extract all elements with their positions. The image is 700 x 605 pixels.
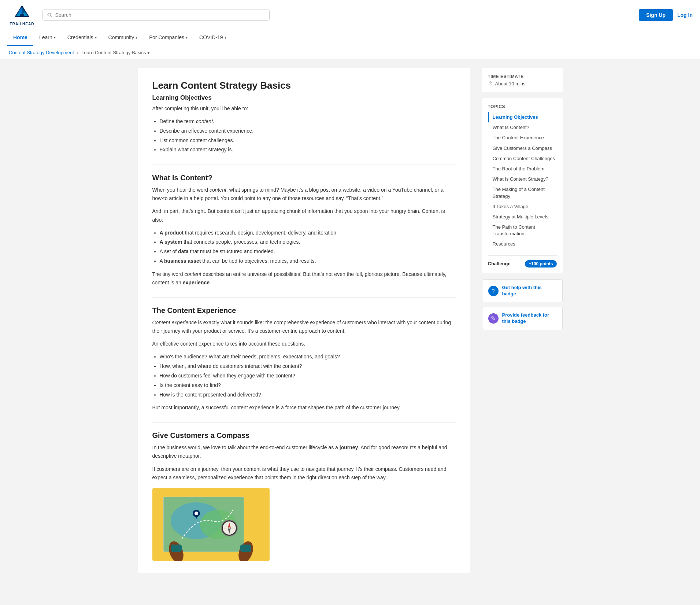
content-area: Learn Content Strategy Basics Learning O… <box>138 68 470 573</box>
challenge-row: Challenge +100 points <box>488 255 557 268</box>
search-icon <box>47 12 52 18</box>
compass-map-image <box>152 488 270 561</box>
time-estimate-card: Time Estimate ⏱ About 10 mins <box>482 68 563 92</box>
learning-objectives-intro: After completing this unit, you'll be ab… <box>152 104 456 113</box>
page-title: Learn Content Strategy Basics <box>152 80 456 91</box>
topic-item-common-content-challenges[interactable]: Common Content Challenges <box>488 154 557 164</box>
content-experience-list: Who's the audience? What are their needs… <box>152 353 456 399</box>
topic-item-path-to-transformation[interactable]: The Path to Content Transformation <box>488 222 557 239</box>
nav-item-community[interactable]: Community ▾ <box>103 30 144 46</box>
list-item: Who's the audience? What are their needs… <box>160 353 456 361</box>
learning-objectives-list: Define the term content. Describe an eff… <box>152 117 456 154</box>
topic-item-give-customers-compass[interactable]: Give Customers a Compass <box>488 143 557 154</box>
content-experience-p2: An effective content experience takes in… <box>152 340 456 348</box>
list-item: How, when, and where do customers intera… <box>160 362 456 371</box>
list-item: How is the content presented and deliver… <box>160 391 456 399</box>
time-estimate-value: ⏱ About 10 mins <box>488 81 557 86</box>
topic-item-what-is-content[interactable]: What Is Content? <box>488 122 557 133</box>
topic-item-learning-objectives[interactable]: Learning Objectives <box>488 112 557 122</box>
compass-p1: In the business world, we love to talk a… <box>152 443 456 460</box>
nav-item-for-companies[interactable]: For Companies ▾ <box>143 30 193 46</box>
logo[interactable]: TRAILHEAD <box>7 4 37 26</box>
search-input[interactable] <box>55 12 265 18</box>
list-item: A product that requires research, design… <box>160 229 456 237</box>
breadcrumb-separator: › <box>77 50 78 55</box>
topics-label: Topics <box>488 104 557 109</box>
get-help-button[interactable]: ? Get help with this badge <box>482 279 563 303</box>
section-title-content-experience: The Content Experience <box>152 297 456 315</box>
nav-item-credentials[interactable]: Credentials ▾ <box>62 30 103 46</box>
time-estimate-label: Time Estimate <box>488 74 557 79</box>
what-is-content-closing: The tiny word content describes an entir… <box>152 270 456 287</box>
content-bullets-list: A product that requires research, design… <box>152 229 456 266</box>
feedback-icon: ✎ <box>488 313 499 324</box>
list-item: How do customers feel when they engage w… <box>160 372 456 380</box>
svg-rect-4 <box>20 14 24 17</box>
clock-icon: ⏱ <box>488 81 493 86</box>
svg-point-5 <box>48 13 51 16</box>
list-item: A system that connects people, processes… <box>160 238 456 247</box>
list-item: A business asset that can be tied to obj… <box>160 257 456 266</box>
map-illustration <box>152 488 270 561</box>
chevron-down-icon: ▾ <box>54 36 56 40</box>
topic-item-strategy-multiple-levels[interactable]: Strategy at Multiple Levels <box>488 212 557 222</box>
breadcrumb: Content Strategy Development › Learn Con… <box>0 46 700 59</box>
what-is-content-p1: When you hear the word content, what spr… <box>152 186 456 203</box>
content-experience-closing: But most importantly, a successful conte… <box>152 403 456 412</box>
section-title-what-is-content: What Is Content? <box>152 165 456 182</box>
svg-point-13 <box>195 512 198 515</box>
logo-text: TRAILHEAD <box>10 22 34 26</box>
list-item: Describe an effective content experience… <box>160 127 456 136</box>
nav-item-home[interactable]: Home <box>7 30 33 46</box>
topics-card: Topics Learning Objectives What Is Conte… <box>482 98 563 273</box>
main-nav: Home Learn ▾ Credentials ▾ Community ▾ F… <box>0 30 700 46</box>
svg-rect-21 <box>171 545 182 552</box>
chevron-down-icon: ▾ <box>225 36 226 40</box>
topic-item-what-is-content-strategy[interactable]: What Is Content Strategy? <box>488 174 557 184</box>
topic-item-it-takes-a-village[interactable]: It Takes a Village <box>488 202 557 212</box>
what-is-content-p2: And, in part, that's right. But content … <box>152 207 456 224</box>
topics-list: Learning Objectives What Is Content? The… <box>488 112 557 250</box>
feedback-label: Provide feedback for this badge <box>502 312 556 325</box>
breadcrumb-parent[interactable]: Content Strategy Development <box>9 50 74 55</box>
topic-item-making-of-strategy[interactable]: The Making of a Content Strategy <box>488 184 557 201</box>
get-help-label: Get help with this badge <box>502 285 556 297</box>
svg-rect-23 <box>240 545 251 552</box>
list-item: List common content challenges. <box>160 136 456 145</box>
nav-item-learn[interactable]: Learn ▾ <box>33 30 62 46</box>
section-title-give-customers-compass: Give Customers a Compass <box>152 422 456 440</box>
list-item: Define the term content. <box>160 117 456 126</box>
feedback-button[interactable]: ✎ Provide feedback for this badge <box>482 307 563 330</box>
content-experience-p1: Content experience is exactly what it so… <box>152 318 456 335</box>
header-actions: Sign Up Log In <box>639 9 693 21</box>
list-item: A set of data that must be structured an… <box>160 247 456 256</box>
topic-item-content-experience[interactable]: The Content Experience <box>488 133 557 143</box>
chevron-down-icon: ▾ <box>186 36 188 40</box>
svg-line-6 <box>51 16 52 17</box>
chevron-down-icon: ▾ <box>136 36 137 40</box>
topic-item-resources[interactable]: Resources <box>488 239 557 249</box>
topic-item-root-of-problem[interactable]: The Root of the Problem <box>488 164 557 174</box>
challenge-label: Challenge <box>488 261 511 266</box>
signup-button[interactable]: Sign Up <box>639 9 673 21</box>
points-badge: +100 points <box>525 260 556 268</box>
breadcrumb-current[interactable]: Learn Content Strategy Basics ▾ <box>81 50 150 55</box>
list-item: Explain what content strategy is. <box>160 145 456 154</box>
nav-item-covid[interactable]: COVID-19 ▾ <box>193 30 232 46</box>
trailhead-logo-icon <box>13 4 31 21</box>
search-bar <box>42 10 270 21</box>
list-item: Is the content easy to find? <box>160 381 456 390</box>
sidebar: Time Estimate ⏱ About 10 mins Topics Lea… <box>482 68 563 573</box>
chevron-down-icon: ▾ <box>147 50 150 55</box>
chevron-down-icon: ▾ <box>95 36 97 40</box>
section-title-learning-objectives: Learning Objectives <box>152 94 456 102</box>
compass-p2: If customers are on a journey, then your… <box>152 465 456 482</box>
login-button[interactable]: Log In <box>677 12 693 18</box>
help-icon: ? <box>488 286 499 296</box>
